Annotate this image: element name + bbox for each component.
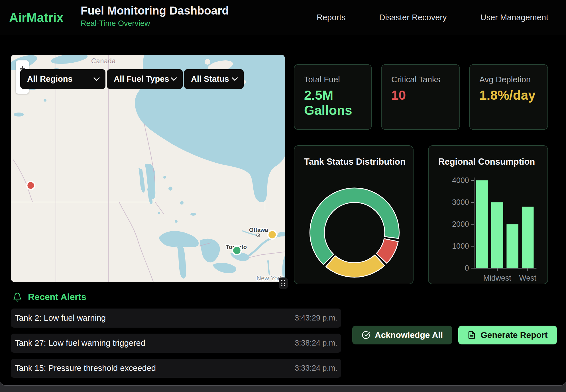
filter-all-status[interactable]: All Status — [184, 69, 244, 89]
generate-report-button[interactable]: Generate Report — [458, 326, 557, 344]
check-circle-icon — [362, 331, 370, 339]
drag-dots-icon — [281, 280, 285, 287]
tank-marker-normal[interactable] — [233, 246, 241, 255]
y-tick-label: 2000 — [452, 220, 469, 228]
alert-row[interactable]: Tank 2: Low fuel warning3:43:29 p.m. — [11, 309, 341, 328]
y-tick-label: 0 — [465, 264, 469, 272]
page-subtitle: Real-Time Overview — [81, 19, 229, 28]
alert-row[interactable]: Tank 27: Low fuel warning triggered3:38:… — [11, 334, 341, 353]
alert-text: Tank 15: Pressure threshold exceeded — [15, 364, 156, 373]
nav-item-user-management[interactable]: User Management — [480, 13, 548, 22]
app-window: AirMatrix Fuel Monitoring Dashboard Real… — [0, 0, 566, 386]
stat-value: 10 — [391, 88, 450, 103]
chevron-down-icon — [171, 77, 177, 81]
ottawa-city-dot-inner — [258, 235, 259, 236]
stat-value: 1.8%/​day — [479, 88, 538, 103]
alert-text: Tank 27: Low fuel warning triggered — [15, 338, 145, 348]
alerts-title: Recent Alerts — [28, 292, 86, 302]
page-title: Fuel Monitoring Dashboard — [81, 4, 229, 17]
brand-logo[interactable]: AirMatrix — [9, 11, 64, 25]
x-tick-label: Midwest — [483, 274, 512, 282]
stat-card-total-fuel: Total Fuel2.5M Gallons — [294, 64, 372, 130]
stat-value: 2.5M Gallons — [304, 88, 362, 118]
title-block: Fuel Monitoring Dashboard Real-Time Over… — [81, 4, 229, 28]
label-canada: Canada — [91, 57, 116, 65]
filter-label: All Regions — [27, 74, 73, 84]
map-filter-bar: All RegionsAll Fuel TypesAll Status — [20, 69, 244, 89]
bell-icon — [13, 292, 22, 302]
tank-marker-critical[interactable] — [27, 181, 35, 189]
stat-card-critical-tanks: Critical Tanks10 — [381, 64, 460, 130]
bar-midwest — [491, 202, 503, 268]
map-resize-handle[interactable] — [279, 277, 288, 289]
bar-unlabeled-0 — [476, 180, 488, 268]
header: AirMatrix Fuel Monitoring Dashboard Real… — [0, 0, 566, 35]
alert-text: Tank 2: Low fuel warning — [15, 313, 106, 323]
filter-label: All Fuel Types — [114, 74, 169, 84]
alert-timestamp: 3:38:24 p.m. — [295, 339, 337, 348]
document-icon — [467, 331, 476, 339]
y-tick-label: 3000 — [452, 198, 469, 207]
chevron-down-icon — [232, 77, 238, 81]
label-ottawa: Ottawa — [249, 227, 268, 233]
regional-consumption-bar-chart: 01000200030004000MidwestWest — [429, 146, 547, 284]
x-tick-label: West — [519, 274, 536, 282]
donut-segment-warning — [326, 255, 384, 277]
alert-timestamp: 3:33:24 p.m. — [295, 364, 337, 373]
y-tick-label: 1000 — [452, 242, 469, 250]
y-tick-label: 4000 — [452, 176, 469, 185]
acknowledge-all-button[interactable]: Acknowledge All — [352, 326, 452, 344]
tank-status-card: Tank Status Distribution — [294, 145, 414, 284]
nav-item-reports[interactable]: Reports — [317, 13, 346, 22]
filter-label: All Status — [191, 74, 229, 84]
tank-marker-warning[interactable] — [268, 230, 276, 239]
alert-timestamp: 3:43:29 p.m. — [295, 314, 337, 322]
generate-report-label: Generate Report — [481, 330, 547, 340]
stat-label: Avg Depletion — [479, 75, 538, 84]
stat-card-avg-depletion: Avg Depletion1.8%/​day — [469, 64, 548, 130]
stat-label: Total Fuel — [304, 75, 362, 84]
stat-label: Critical Tanks — [391, 75, 450, 84]
regional-consumption-card: Regional Consumption 01000200030004000Mi… — [428, 145, 548, 284]
tank-status-donut-chart — [294, 146, 413, 284]
bar-west — [522, 207, 534, 268]
main-nav: ReportsDisaster RecoveryUser Management — [317, 0, 548, 35]
alert-row[interactable]: Tank 15: Pressure threshold exceeded3:33… — [11, 359, 341, 378]
fuel-monitoring-dashboard: AirMatrix Fuel Monitoring Dashboard Real… — [0, 0, 566, 392]
filter-all-fuel-types[interactable]: All Fuel Types — [107, 69, 183, 89]
bar-unlabeled-2 — [506, 224, 518, 268]
nav-item-disaster-recovery[interactable]: Disaster Recovery — [379, 13, 447, 22]
alerts-header: Recent Alerts — [13, 292, 86, 302]
acknowledge-all-label: Acknowledge All — [375, 330, 443, 340]
map-panel: Canada Ottawa Toronto New York + − All R… — [11, 55, 285, 282]
chevron-down-icon — [93, 77, 100, 81]
filter-all-regions[interactable]: All Regions — [20, 69, 105, 89]
